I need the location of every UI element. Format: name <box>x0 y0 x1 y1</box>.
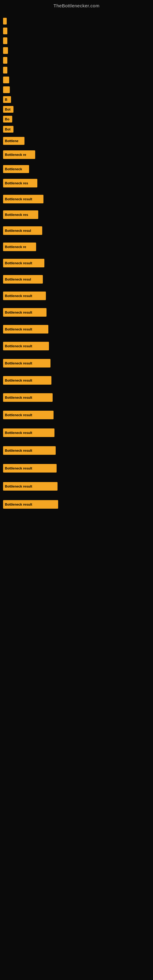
bar-row <box>3 37 150 45</box>
bar-row: Bottleneck result <box>3 323 150 336</box>
bar-label: Bottleneck result <box>3 359 51 368</box>
bar-row: Bottleneck res <box>3 208 150 221</box>
bar-label <box>3 86 10 93</box>
bar-label <box>3 37 7 44</box>
bar-label: Bottleneck result <box>3 500 58 509</box>
bar-row: Bottleneck result <box>3 408 150 422</box>
bar-row <box>3 56 150 65</box>
bar-label: Bottleneck result <box>3 446 56 455</box>
bar-row <box>3 86 150 94</box>
bar-row: Bottleneck result <box>3 339 150 353</box>
bar-row: Bo <box>3 115 150 123</box>
bar-row: Bottleneck <box>3 164 150 175</box>
site-title: TheBottlenecker.com <box>0 0 153 11</box>
bar-label: Bottleneck res <box>3 210 38 219</box>
bar-row: Bottleneck result <box>3 426 150 439</box>
bar-label: Bottleneck result <box>3 325 48 334</box>
bar-label <box>3 76 9 83</box>
bar-row: B <box>3 95 150 104</box>
bar-label: Bottleneck re <box>3 150 35 159</box>
bar-label <box>3 18 7 24</box>
bar-label: Bottleneck result <box>3 308 46 317</box>
bar-label: Bottleneck <box>3 165 29 173</box>
bar-label: Bottleneck result <box>3 482 57 491</box>
bar-row: Bottleneck result <box>3 289 150 302</box>
bar-row: Bottleneck result <box>3 480 150 493</box>
bar-label: Bottleneck re <box>3 243 36 251</box>
bar-row: Bot <box>3 105 150 114</box>
bar-label <box>3 57 7 64</box>
bar-label <box>3 27 7 34</box>
bar-label <box>3 47 8 54</box>
bar-row: Bottleneck res <box>3 177 150 190</box>
bar-row: Bottleneck re <box>3 240 150 254</box>
bar-label: Bottleneck result <box>3 393 53 402</box>
bar-label: Bottleneck result <box>3 342 49 350</box>
bar-row: Bottleneck result <box>3 461 150 475</box>
bar-label: Bot <box>3 126 13 133</box>
bar-label: Bottleneck result <box>3 411 54 419</box>
bar-label: B <box>3 96 11 103</box>
bar-label: Bottleneck result <box>3 428 54 437</box>
bar-row <box>3 17 150 25</box>
bar-row: Bottleneck result <box>3 374 150 387</box>
bar-label: Bottleneck result <box>3 464 57 473</box>
bar-row <box>3 27 150 35</box>
bar-label <box>3 67 7 73</box>
bar-row: Bottleneck re <box>3 148 150 161</box>
bar-label: Bottleneck result <box>3 195 43 204</box>
bar-label: Bottleneck resul <box>3 275 43 283</box>
bar-label: Bottlene <box>3 137 24 145</box>
bar-row: Bottleneck resul <box>3 224 150 237</box>
bar-row: Bottleneck result <box>3 444 150 457</box>
bar-row <box>3 66 150 75</box>
bar-row: Bottleneck result <box>3 256 150 270</box>
bars-container: BBotBoBotBottleneBottleneck reBottleneck… <box>0 11 153 519</box>
bar-label: Bo <box>3 116 12 123</box>
bar-label: Bottleneck res <box>3 179 37 188</box>
bar-row: Bot <box>3 125 150 134</box>
bar-row <box>3 46 150 55</box>
bar-label: Bottleneck result <box>3 376 51 385</box>
bar-row: Bottlene <box>3 135 150 146</box>
bar-label: Bottleneck resul <box>3 226 42 235</box>
bar-label: Bot <box>3 106 13 113</box>
bar-row: Bottleneck result <box>3 305 150 319</box>
bar-row: Bottleneck result <box>3 391 150 404</box>
bar-row <box>3 76 150 84</box>
bar-row: Bottleneck result <box>3 356 150 370</box>
bar-row: Bottleneck result <box>3 192 150 206</box>
bar-row: Bottleneck resul <box>3 272 150 286</box>
bar-row: Bottleneck result <box>3 498 150 511</box>
bar-label: Bottleneck result <box>3 291 46 300</box>
bar-label: Bottleneck result <box>3 259 45 267</box>
